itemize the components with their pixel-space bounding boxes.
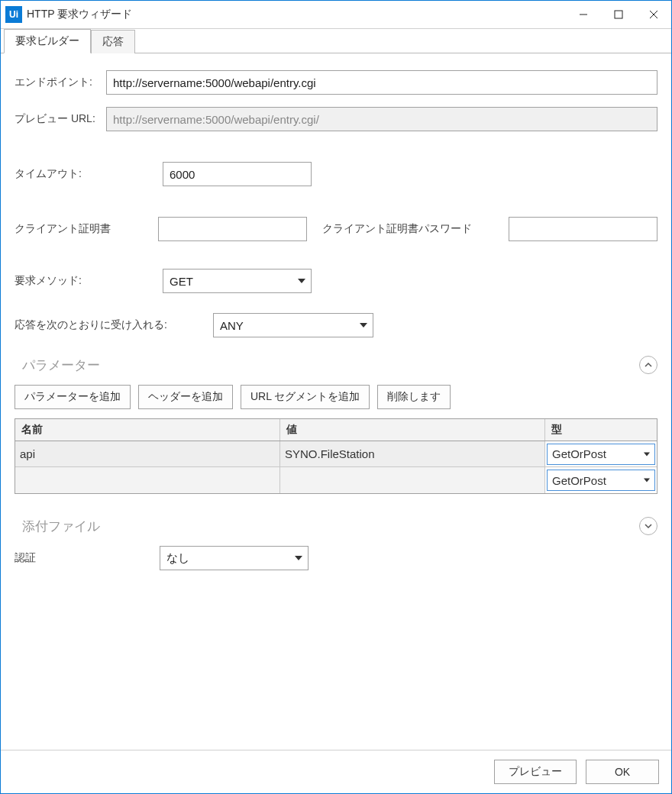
request-method-label: 要求メソッド: [15, 274, 160, 288]
parameters-title: パラメーター [15, 357, 639, 374]
delete-button[interactable]: 削除します [377, 385, 451, 409]
grid-row[interactable]: GetOrPost [15, 467, 657, 493]
expand-attachments-button[interactable] [639, 517, 657, 535]
request-method-value: GET [170, 275, 193, 288]
timeout-input[interactable] [163, 162, 312, 186]
preview-url-input [106, 107, 657, 131]
auth-select[interactable]: なし [160, 546, 309, 570]
grid-header: 名前 値 型 [15, 419, 657, 441]
endpoint-input[interactable] [106, 70, 657, 95]
accept-response-select[interactable]: ANY [213, 313, 373, 337]
chevron-up-icon [644, 360, 653, 370]
attachments-title: 添付ファイル [15, 518, 639, 535]
grid-cell-type[interactable]: GetOrPost [545, 467, 657, 493]
svg-rect-1 [615, 11, 622, 18]
row-endpoint: エンドポイント: [15, 70, 657, 95]
section-attachments-header: 添付ファイル [15, 517, 657, 535]
app-icon: Ui [5, 6, 22, 23]
client-cert-input[interactable] [158, 217, 307, 241]
chevron-down-icon [644, 452, 650, 456]
param-type-value: GetOrPost [552, 447, 606, 460]
dialog-footer: プレビュー OK [1, 750, 671, 793]
close-button[interactable] [636, 1, 671, 28]
add-header-button[interactable]: ヘッダーを追加 [138, 385, 233, 409]
tab-body: エンドポイント: プレビュー URL: タイムアウト: クライアント証明書 クラ… [1, 53, 671, 750]
ok-button[interactable]: OK [586, 760, 659, 784]
tab-strip: 要求ビルダー 応答 [1, 29, 671, 53]
grid-cell-value[interactable] [280, 467, 545, 493]
section-parameters-header: パラメーター [15, 356, 657, 374]
client-cert-pw-input[interactable] [509, 217, 657, 241]
auth-label: 認証 [15, 551, 160, 565]
grid-header-type[interactable]: 型 [545, 419, 657, 441]
row-timeout: タイムアウト: [15, 162, 657, 186]
accept-response-value: ANY [220, 319, 244, 332]
titlebar: Ui HTTP 要求ウィザード [1, 1, 671, 28]
parameter-buttons: パラメーターを追加 ヘッダーを追加 URL セグメントを追加 削除します [15, 385, 657, 409]
preview-url-label: プレビュー URL: [15, 112, 106, 126]
auth-value: なし [166, 551, 189, 566]
row-client-cert: クライアント証明書 クライアント証明書パスワード [15, 217, 657, 241]
content-area: 要求ビルダー 応答 エンドポイント: プレビュー URL: タイムアウト: [1, 28, 671, 793]
request-method-select[interactable]: GET [163, 269, 312, 293]
row-accept-response: 応答を次のとおりに受け入れる: ANY [15, 313, 657, 337]
http-request-wizard-window: Ui HTTP 要求ウィザード 要求ビルダー 応答 エンドポイント: [0, 0, 672, 794]
endpoint-label: エンドポイント: [15, 76, 106, 89]
tab-request-builder[interactable]: 要求ビルダー [4, 29, 91, 53]
close-icon [649, 10, 658, 19]
accept-response-label: 応答を次のとおりに受け入れる: [15, 318, 213, 332]
param-type-select[interactable]: GetOrPost [547, 444, 655, 465]
grid-row[interactable]: api SYNO.FileStation GetOrPost [15, 441, 657, 467]
window-title: HTTP 要求ウィザード [27, 8, 566, 21]
minimize-button[interactable] [566, 1, 601, 28]
grid-cell-value[interactable]: SYNO.FileStation [280, 441, 545, 466]
param-type-select[interactable]: GetOrPost [547, 470, 655, 491]
grid-cell-name[interactable]: api [15, 441, 280, 466]
tab-response[interactable]: 応答 [91, 30, 135, 53]
parameters-grid: 名前 値 型 api SYNO.FileStation GetOrPost [15, 418, 657, 494]
add-url-segment-button[interactable]: URL セグメントを追加 [241, 385, 370, 409]
client-cert-label: クライアント証明書 [15, 222, 150, 236]
row-authentication: 認証 なし [15, 546, 657, 570]
preview-button[interactable]: プレビュー [494, 760, 577, 784]
client-cert-pw-label: クライアント証明書パスワード [322, 222, 501, 236]
maximize-button[interactable] [601, 1, 636, 28]
grid-cell-type[interactable]: GetOrPost [545, 441, 657, 466]
row-request-method: 要求メソッド: GET [15, 269, 657, 293]
grid-header-name[interactable]: 名前 [15, 419, 280, 441]
param-type-value: GetOrPost [552, 474, 606, 487]
window-controls [566, 1, 671, 28]
timeout-label: タイムアウト: [15, 167, 106, 181]
row-preview-url: プレビュー URL: [15, 107, 657, 131]
maximize-icon [614, 10, 623, 19]
grid-header-value[interactable]: 値 [280, 419, 545, 441]
collapse-parameters-button[interactable] [639, 356, 657, 374]
minimize-icon [579, 10, 588, 19]
add-parameter-button[interactable]: パラメーターを追加 [15, 385, 131, 409]
grid-cell-name[interactable] [15, 467, 280, 493]
chevron-down-icon [644, 521, 653, 531]
chevron-down-icon [644, 479, 650, 483]
